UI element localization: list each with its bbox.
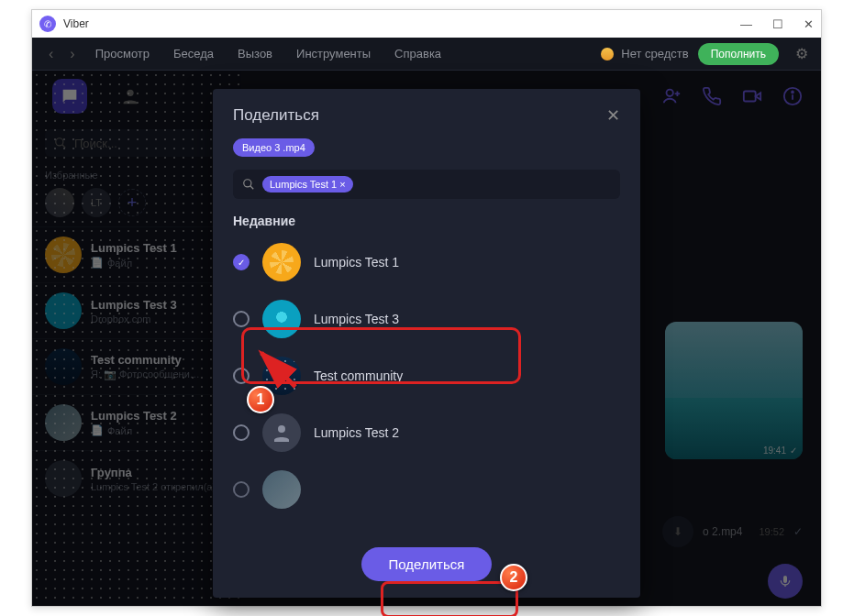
- recipient-checkbox[interactable]: [233, 424, 250, 441]
- window-close-button[interactable]: ✕: [804, 17, 814, 31]
- recent-item[interactable]: Test community: [213, 347, 640, 404]
- svg-point-14: [278, 425, 285, 433]
- share-modal: Поделиться ✕ Видео 3 .mp4 Lumpics Test 1…: [213, 89, 640, 598]
- recent-item[interactable]: Lumpics Test 2: [213, 404, 640, 461]
- balance-label: Нет средств: [621, 47, 688, 60]
- nav-forward-button[interactable]: ›: [66, 46, 78, 62]
- recent-section-header: Недавние: [213, 208, 640, 234]
- recent-item[interactable]: [213, 461, 640, 518]
- modal-search-input[interactable]: Lumpics Test 1 ×: [233, 170, 620, 199]
- modal-close-button[interactable]: ✕: [606, 105, 620, 126]
- window-minimize-button[interactable]: —: [740, 17, 752, 31]
- window-maximize-button[interactable]: ☐: [772, 17, 783, 31]
- app-title: Viber: [63, 17, 89, 30]
- recent-list: ✓ Lumpics Test 1 Lumpics Test 3 Test com…: [213, 234, 640, 536]
- coin-icon: [601, 48, 614, 60]
- recipient-checkbox[interactable]: [233, 481, 250, 498]
- search-icon: [242, 178, 255, 191]
- recent-item[interactable]: Lumpics Test 3: [213, 291, 640, 347]
- svg-line-13: [250, 186, 254, 190]
- menu-call[interactable]: Вызов: [230, 47, 280, 60]
- recipient-name: Lumpics Test 3: [314, 312, 399, 326]
- recipient-checkbox[interactable]: [233, 311, 250, 327]
- recipient-name: Lumpics Test 1: [314, 255, 399, 270]
- menu-tools[interactable]: Инструменты: [289, 47, 378, 60]
- share-button[interactable]: Поделиться: [361, 547, 493, 581]
- balance-indicator: Нет средств: [601, 47, 688, 60]
- menu-help[interactable]: Справка: [387, 47, 449, 60]
- titlebar: ✆ Viber — ☐ ✕: [32, 10, 821, 38]
- menu-chat[interactable]: Беседа: [166, 47, 221, 60]
- menu-view[interactable]: Просмотр: [88, 47, 157, 60]
- annotation-badge-1: 1: [247, 386, 274, 413]
- recent-item[interactable]: ✓ Lumpics Test 1: [213, 234, 640, 291]
- recipient-avatar: [262, 413, 301, 452]
- recipient-name: Test community: [314, 368, 403, 383]
- nav-back-button[interactable]: ‹: [45, 46, 57, 62]
- menubar: ‹ › Просмотр Беседа Вызов Инструменты Сп…: [32, 38, 821, 71]
- annotation-badge-2: 2: [500, 564, 527, 591]
- modal-title: Поделиться: [233, 106, 319, 125]
- recipient-avatar: [262, 243, 301, 281]
- viber-logo-icon: ✆: [39, 16, 56, 32]
- recipient-name: Lumpics Test 2: [314, 425, 399, 440]
- selected-recipient-chip[interactable]: Lumpics Test 1 ×: [262, 176, 353, 192]
- settings-gear-icon[interactable]: ⚙: [795, 45, 808, 62]
- recipient-checkbox[interactable]: [233, 368, 250, 384]
- app-window: ✆ Viber — ☐ ✕ ‹ › Просмотр Беседа Вызов …: [31, 9, 822, 607]
- topup-button[interactable]: Пополнить: [698, 43, 779, 65]
- recipient-avatar: [262, 470, 301, 509]
- recipient-checkbox[interactable]: ✓: [233, 254, 250, 270]
- recipient-avatar: [262, 300, 301, 338]
- attached-file-chip[interactable]: Видео 3 .mp4: [233, 138, 315, 157]
- svg-point-12: [244, 180, 251, 187]
